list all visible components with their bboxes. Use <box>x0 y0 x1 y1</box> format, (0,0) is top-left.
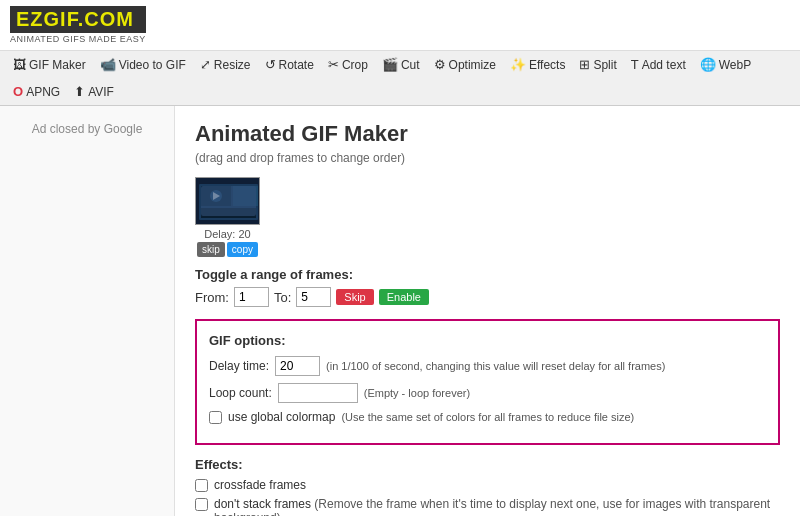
frame-image <box>196 178 259 224</box>
toggle-label: Toggle a range of frames: <box>195 267 780 282</box>
layout: Ad closed by Google Ad closed by Google … <box>0 106 800 516</box>
loop-option-hint: (Empty - loop forever) <box>364 387 470 399</box>
nav-video-to-gif-label: Video to GIF <box>119 58 186 72</box>
nav-webp[interactable]: 🌐 WebP <box>693 51 758 78</box>
from-input[interactable] <box>234 287 269 307</box>
svg-point-5 <box>210 190 222 202</box>
header: EZGIF.COM ANIMATED GIFS MADE EASY <box>0 0 800 51</box>
add-text-icon: T <box>631 57 639 72</box>
delay-option-hint: (in 1/100 of second, changing this value… <box>326 360 665 372</box>
logo-main[interactable]: EZGIF.COM <box>10 6 146 33</box>
colormap-hint: (Use the same set of colors for all fram… <box>341 411 634 423</box>
svg-rect-1 <box>199 184 258 220</box>
no-stack-label: don't stack frames (Remove the frame whe… <box>214 497 780 516</box>
page-title: Animated GIF Maker <box>195 121 780 147</box>
nav-apng[interactable]: O APNG <box>6 78 67 105</box>
nav-cut-label: Cut <box>401 58 420 72</box>
logo-sub: ANIMATED GIFS MADE EASY <box>10 34 146 44</box>
nav-cut[interactable]: 🎬 Cut <box>375 51 427 78</box>
svg-rect-3 <box>233 186 258 206</box>
svg-marker-6 <box>213 192 220 200</box>
copy-button[interactable]: copy <box>227 242 258 257</box>
sidebar-top-ad-label: Ad closed by Google <box>32 122 143 136</box>
nav-effects[interactable]: ✨ Effects <box>503 51 572 78</box>
nav-crop[interactable]: ✂ Crop <box>321 51 375 78</box>
no-stack-checkbox[interactable] <box>195 498 208 511</box>
enable-range-button[interactable]: Enable <box>379 289 429 305</box>
apng-icon: O <box>13 84 23 99</box>
no-stack-label-text: don't stack frames <box>214 497 311 511</box>
gif-maker-icon: 🖼 <box>13 57 26 72</box>
crossfade-label: crossfade frames <box>214 478 306 492</box>
from-label: From: <box>195 290 229 305</box>
delay-option-label: Delay time: <box>209 359 269 373</box>
crossfade-checkbox[interactable] <box>195 479 208 492</box>
nav-webp-label: WebP <box>719 58 751 72</box>
nav-effects-label: Effects <box>529 58 565 72</box>
delay-value: 20 <box>239 228 251 240</box>
nav-split-label: Split <box>593 58 616 72</box>
svg-rect-2 <box>201 186 231 206</box>
delay-label: Delay: <box>204 228 235 240</box>
optimize-icon: ⚙ <box>434 57 446 72</box>
effects-title: Effects: <box>195 457 780 472</box>
frame-svg <box>196 178 260 225</box>
nav-gif-maker-label: GIF Maker <box>29 58 86 72</box>
frame-thumbnail <box>195 177 260 225</box>
rotate-icon: ↺ <box>265 57 276 72</box>
frames-area: Delay: 20 skip copy <box>195 177 780 257</box>
no-stack-row: don't stack frames (Remove the frame whe… <box>195 497 780 516</box>
nav-resize-label: Resize <box>214 58 251 72</box>
effects-section: Effects: crossfade frames don't stack fr… <box>195 457 780 516</box>
effects-icon: ✨ <box>510 57 526 72</box>
nav-rotate[interactable]: ↺ Rotate <box>258 51 321 78</box>
frame-item: Delay: 20 skip copy <box>195 177 260 257</box>
nav-avif[interactable]: ⬆ AVIF <box>67 78 121 105</box>
sidebar-top-ad: Ad closed by Google <box>10 116 164 142</box>
nav-resize[interactable]: ⤢ Resize <box>193 51 258 78</box>
nav-video-to-gif[interactable]: 📹 Video to GIF <box>93 51 193 78</box>
nav-crop-label: Crop <box>342 58 368 72</box>
webp-icon: 🌐 <box>700 57 716 72</box>
skip-range-button[interactable]: Skip <box>336 289 373 305</box>
skip-button[interactable]: skip <box>197 242 225 257</box>
nav-rotate-label: Rotate <box>279 58 314 72</box>
main-content: Animated GIF Maker (drag and drop frames… <box>175 106 800 516</box>
to-label: To: <box>274 290 291 305</box>
nav-add-text-label: Add text <box>642 58 686 72</box>
nav-split[interactable]: ⊞ Split <box>572 51 623 78</box>
logo: EZGIF.COM ANIMATED GIFS MADE EASY <box>10 6 146 44</box>
nav-gif-maker[interactable]: 🖼 GIF Maker <box>6 51 93 78</box>
loop-option-label: Loop count: <box>209 386 272 400</box>
gif-options-title: GIF options: <box>209 333 766 348</box>
colormap-label: use global colormap <box>228 410 335 424</box>
colormap-checkbox[interactable] <box>209 411 222 424</box>
frame-buttons: skip copy <box>197 242 258 257</box>
cut-icon: 🎬 <box>382 57 398 72</box>
nav-add-text[interactable]: T Add text <box>624 51 693 78</box>
loop-option-input[interactable] <box>278 383 358 403</box>
resize-icon: ⤢ <box>200 57 211 72</box>
colormap-option-row: use global colormap (Use the same set of… <box>209 410 766 424</box>
crop-icon: ✂ <box>328 57 339 72</box>
delay-option-row: Delay time: (in 1/100 of second, changin… <box>209 356 766 376</box>
svg-rect-4 <box>201 208 256 218</box>
nav-avif-label: AVIF <box>88 85 114 99</box>
toggle-section: Toggle a range of frames: From: To: Skip… <box>195 267 780 307</box>
delay-option-input[interactable] <box>275 356 320 376</box>
gif-options-box: GIF options: Delay time: (in 1/100 of se… <box>195 319 780 445</box>
video-to-gif-icon: 📹 <box>100 57 116 72</box>
avif-icon: ⬆ <box>74 84 85 99</box>
nav: 🖼 GIF Maker 📹 Video to GIF ⤢ Resize ↺ Ro… <box>0 51 800 106</box>
to-input[interactable] <box>296 287 331 307</box>
crossfade-row: crossfade frames <box>195 478 780 492</box>
nav-apng-label: APNG <box>26 85 60 99</box>
frame-delay-label: Delay: 20 <box>204 228 251 240</box>
nav-optimize-label: Optimize <box>449 58 496 72</box>
toggle-row: From: To: Skip Enable <box>195 287 780 307</box>
nav-optimize[interactable]: ⚙ Optimize <box>427 51 503 78</box>
loop-option-row: Loop count: (Empty - loop forever) <box>209 383 766 403</box>
sidebar: Ad closed by Google Ad closed by Google <box>0 106 175 516</box>
page-subtitle: (drag and drop frames to change order) <box>195 151 780 165</box>
split-icon: ⊞ <box>579 57 590 72</box>
